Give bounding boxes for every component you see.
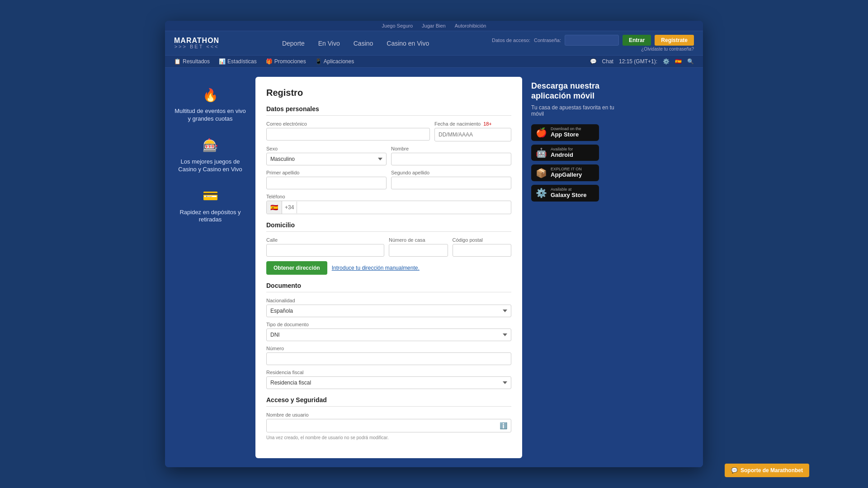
feature-casino-text: Los mejores juegos de Casino y Casino en… [174, 158, 246, 174]
username-hint: Una vez creado, el nombre de usuario no … [266, 435, 511, 440]
nav-casino[interactable]: Casino [354, 40, 373, 47]
gender-name-row: Sexo Masculino Femenino Nombre [266, 146, 511, 165]
registration-form: Registro Datos personales Correo electró… [255, 77, 522, 458]
sub-nav-left: 📋 Resultados 📊 Estadísticas 🎁 Promocione… [174, 58, 354, 65]
postal-label: Código postal [453, 237, 512, 243]
app-panel-title: Descarga nuestra aplicación móvil [531, 81, 622, 101]
doctype-row: Tipo de documento DNI NIE Pasaporte [266, 322, 511, 341]
docnumber-row: Número [266, 346, 511, 365]
username-input[interactable] [267, 420, 496, 432]
android-text: Available for Android [551, 147, 573, 159]
document-section-title: Documento [266, 282, 511, 292]
android-large: Android [551, 151, 573, 159]
nav-casino-envivo[interactable]: Casino en Vivo [387, 40, 429, 47]
top-bar-link-1[interactable]: Juego Seguro [382, 23, 413, 28]
main-content: 🔥 Multitud de eventos en vivo y grandes … [165, 68, 703, 467]
chat-label[interactable]: Chat [602, 58, 613, 65]
email-input[interactable] [266, 128, 430, 141]
address-row: Calle Número de casa Código postal [266, 237, 511, 257]
residence-select[interactable]: Residencia fiscal [266, 376, 511, 389]
app-store-badge[interactable]: 🍎 Download on the App Store [531, 124, 599, 141]
flag-icon[interactable]: 🇪🇸 [675, 58, 682, 65]
resultados-icon: 📋 [174, 58, 181, 65]
nationality-group: Nacionalidad Española Otra [266, 298, 511, 317]
street-input[interactable] [266, 244, 384, 257]
sidebar: 🔥 Multitud de eventos en vivo y grandes … [174, 77, 246, 458]
email-birthdate-row: Correo electrónico Fecha de nacimiento 1… [266, 121, 511, 141]
subnav-aplicaciones[interactable]: 📱 Aplicaciones [315, 58, 354, 65]
appgallery-small: EXPLORE IT ON [551, 167, 582, 171]
residence-label: Residencia fiscal [266, 370, 511, 375]
flame-icon: 🔥 [199, 86, 222, 104]
postal-input[interactable] [453, 244, 512, 257]
android-badge[interactable]: 🤖 Available for Android [531, 145, 599, 161]
nav-deporte[interactable]: Deporte [282, 40, 305, 47]
support-button[interactable]: 💬 Soporte de Marathonbet [725, 464, 809, 477]
doctype-select[interactable]: DNI NIE Pasaporte [266, 328, 511, 341]
address-section: Domicilio Calle Número de casa Código po… [266, 221, 511, 275]
password-label: Contraseña: [534, 38, 561, 43]
search-icon[interactable]: 🔍 [687, 58, 694, 65]
top-bar-link-3[interactable]: Autorohibición [455, 23, 486, 28]
phone-code: +34 [282, 202, 297, 213]
lastname-input[interactable] [391, 177, 511, 189]
casino-icon: 🎰 [199, 136, 222, 155]
sidebar-feature-deposits: 💳 Rapidez en depósitos y retiradas [174, 187, 246, 224]
age-badge: 18+ [483, 121, 492, 127]
house-number-input[interactable] [389, 244, 448, 257]
firstname-input[interactable] [266, 177, 387, 189]
promociones-icon: 🎁 [266, 58, 273, 65]
subnav-estadisticas[interactable]: 📊 Estadísticas [219, 58, 257, 65]
subnav-promociones[interactable]: 🎁 Promociones [266, 58, 306, 65]
residence-group: Residencia fiscal Residencia fiscal [266, 370, 511, 389]
docnumber-input[interactable] [266, 352, 511, 365]
top-bar-link-2[interactable]: Jugar Bien [422, 23, 446, 28]
nav-envivo[interactable]: En Vivo [318, 40, 340, 47]
appgallery-badge[interactable]: 📦 EXPLORE IT ON AppGallery [531, 164, 599, 181]
access-label: Datos de acceso: [492, 38, 530, 43]
support-label: Soporte de Marathonbet [741, 467, 803, 474]
subnav-resultados[interactable]: 📋 Resultados [174, 58, 210, 65]
form-title: Registro [266, 88, 511, 98]
username-group: Nombre de usuario ℹ️ Una vez creado, el … [266, 412, 511, 440]
birthdate-input[interactable] [435, 129, 510, 141]
app-store-text: Download on the App Store [551, 127, 581, 138]
username-row: Nombre de usuario ℹ️ Una vez creado, el … [266, 412, 511, 440]
apple-icon: 🍎 [536, 127, 547, 138]
appgallery-icon: 📦 [536, 168, 547, 178]
address-action-row: Obtener dirección Introduce tu dirección… [266, 261, 511, 275]
aplicaciones-icon: 📱 [315, 58, 322, 65]
obtain-address-button[interactable]: Obtener dirección [266, 261, 327, 275]
password-input[interactable] [565, 35, 619, 46]
gender-select[interactable]: Masculino Femenino [266, 153, 387, 165]
apellidos-row: Primer apellido Segundo apellido [266, 170, 511, 189]
phone-group: Teléfono 🇪🇸 +34 [266, 194, 511, 214]
phone-number-input[interactable] [297, 202, 511, 213]
nationality-select[interactable]: Española Otra [266, 305, 511, 317]
manual-address-link[interactable]: Introduce tu dirección manualmente. [332, 265, 420, 271]
header: MARATHON >>> BET <<< Deporte En Vivo Cas… [165, 31, 703, 56]
gender-group: Sexo Masculino Femenino [266, 146, 387, 165]
lastname-group: Segundo apellido [391, 170, 511, 189]
nationality-row: Nacionalidad Española Otra [266, 298, 511, 317]
sub-nav-right: 💬 Chat 12:15 (GMT+1): ⚙️ 🇪🇸 🔍 [590, 58, 694, 65]
sidebar-feature-events: 🔥 Multitud de eventos en vivo y grandes … [174, 86, 246, 123]
appgallery-large: AppGallery [551, 171, 582, 178]
postal-group: Código postal [453, 237, 512, 257]
app-panel-subtitle: Tu casa de apuestas favorita en tu móvil [531, 104, 622, 117]
name-input[interactable] [391, 153, 511, 165]
app-store-large: App Store [551, 131, 581, 138]
entrar-button[interactable]: Entrar [623, 35, 651, 46]
email-label: Correo electrónico [266, 121, 430, 127]
phone-flag[interactable]: 🇪🇸 [267, 201, 282, 214]
phone-input-wrap: 🇪🇸 +34 [266, 201, 511, 214]
settings-icon[interactable]: ⚙️ [663, 58, 670, 65]
feature-events-text: Multitud de eventos en vivo y grandes cu… [174, 108, 246, 123]
security-section: Acceso y Seguridad Nombre de usuario ℹ️ … [266, 396, 511, 440]
forgot-password[interactable]: ¿Olvidaste tu contraseña? [641, 47, 694, 52]
calendar-icon[interactable]: 📅 [510, 128, 511, 141]
galaxy-store-badge[interactable]: ⚙️ Available at Galaxy Store [531, 185, 599, 202]
registrate-button[interactable]: Regístrate [655, 35, 694, 46]
email-group: Correo electrónico [266, 121, 430, 141]
username-input-wrap: ℹ️ [266, 419, 511, 432]
